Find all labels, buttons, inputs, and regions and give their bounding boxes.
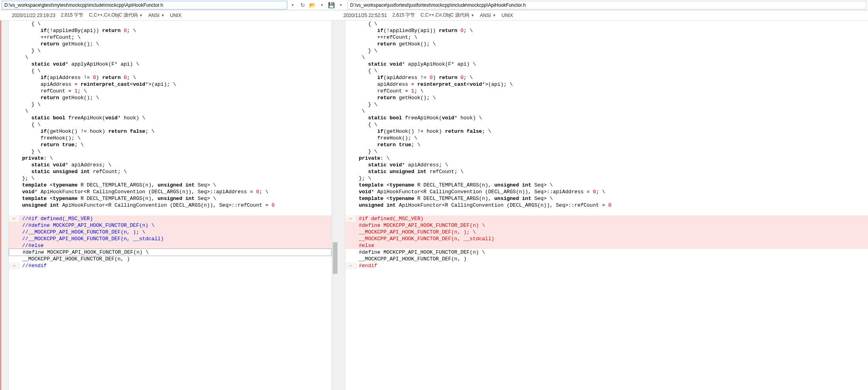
code-line[interactable]: ⇨#if defined(_MSC_VER) [345,215,868,222]
code-line[interactable]: } \ [9,148,332,155]
code-line[interactable]: if(getHook() != hook) return false; \ [345,128,868,135]
encoding-dropdown-right[interactable]: ANSI▼ [480,13,496,18]
code-line[interactable]: ⇨#endif [345,262,868,269]
code-line[interactable]: static unsigned int refCount; \ [9,168,332,175]
line-content: apiAddress = reinterpret_cast<void*>(api… [20,81,332,88]
code-line[interactable]: }; \ [9,175,332,182]
refresh-icon[interactable]: ↻ [299,2,306,9]
code-line[interactable]: return getHook(); \ [9,94,332,101]
code-line[interactable]: __MOCKCPP_API_HOOK_FUNCTOR_DEF(n, ) [9,256,332,262]
code-line[interactable]: static void* apiAddress; \ [9,162,332,168]
code-line[interactable]: apiAddress = reinterpret_cast<void*>(api… [345,81,868,88]
code-line[interactable]: } \ [9,101,332,108]
code-line[interactable]: if(apiAddress != 0) return 0; \ [345,74,868,81]
chevron-down-icon[interactable]: ▾ [337,3,344,7]
code-line[interactable]: template <typename R DECL_TEMPLATE_ARGS(… [9,182,332,188]
code-line[interactable]: unsigned int ApiHookFunctor<R CallingCon… [9,202,332,209]
line-content: //__MOCKCPP_API_HOOK_FUNCTOR_DEF(n, ); \ [20,229,332,236]
code-line[interactable]: //__MOCKCPP_API_HOOK_FUNCTOR_DEF(n, __st… [9,236,332,242]
encoding-dropdown-left[interactable]: ANSI▼ [148,13,165,18]
code-line[interactable]: __MOCKCPP_API_HOOK_FUNCTOR_DEF(n, ); \ [345,229,868,236]
right-path-input[interactable] [347,1,866,9]
chevron-down-icon[interactable]: ▾ [289,3,296,7]
code-line[interactable]: { \ [345,21,868,27]
code-line[interactable]: }; \ [345,175,868,182]
folder-open-icon[interactable]: 📂 [309,2,316,9]
code-line[interactable]: if(apiAddress != 0) return 0; \ [9,74,332,81]
left-path-input[interactable] [2,1,287,9]
code-line[interactable]: //#else [9,242,332,249]
line-content: private: \ [356,155,868,162]
code-line[interactable]: if(!appliedBy(api)) return 0; \ [345,27,868,34]
code-line[interactable]: { \ [9,68,332,74]
save-icon[interactable]: 💾 [328,2,335,9]
lineending-dropdown-right[interactable]: UNIX [502,13,513,18]
code-line[interactable]: ++refCount; \ [345,34,868,41]
code-line[interactable]: return getHook(); \ [345,94,868,101]
line-content: template <typename R DECL_TEMPLATE_ARGS(… [20,182,332,188]
code-line[interactable]: #define MOCKCPP_API_HOOK_FUNCTOR_DEF(n) … [9,249,332,256]
vertical-scrollbar[interactable] [332,21,338,390]
lineending-dropdown-left[interactable]: UNIX [170,13,182,18]
line-content: //#endif [20,262,332,269]
code-line[interactable]: private: \ [345,155,868,162]
code-line[interactable]: #define MOCKCPP_API_HOOK_FUNCTOR_DEF(n) … [345,249,868,256]
code-line[interactable]: static void* apiAddress; \ [345,162,868,168]
code-line[interactable]: \ [345,108,868,115]
code-line[interactable]: refCount = 1; \ [345,88,868,94]
filetype-dropdown-left[interactable]: C,C++,C#,ObjC 源代码▼ [89,12,142,19]
code-line[interactable]: #define MOCKCPP_API_HOOK_FUNCTOR_DEF(n) … [345,222,868,229]
code-line[interactable]: static void* applyApiHook(F* api) \ [345,61,868,68]
line-content: } \ [356,101,868,108]
code-line[interactable]: void* ApiHookFunctor<R CallingConvention… [345,188,868,195]
code-line[interactable]: return true; \ [345,141,868,148]
chevron-down-icon[interactable]: ▾ [318,3,325,7]
code-line[interactable]: if(getHook() != hook) return false; \ [9,128,332,135]
code-line[interactable]: #else [345,242,868,249]
scrollbar-thumb[interactable] [333,242,337,274]
code-line[interactable]: { \ [345,68,868,74]
code-line[interactable]: return getHook(); \ [9,41,332,47]
code-line[interactable]: } \ [345,148,868,155]
code-line[interactable]: ⇨//#if defined(_MSC_VER) [9,215,332,222]
code-line[interactable]: __MOCKCPP_API_HOOK_FUNCTOR_DEF(n, __stdc… [345,236,868,242]
code-line[interactable]: template <typename R DECL_TEMPLATE_ARGS(… [345,195,868,202]
code-line[interactable]: freeHook(); \ [9,135,332,141]
code-line[interactable]: refCount = 1; \ [9,88,332,94]
code-line[interactable]: if(!appliedBy(api)) return 0; \ [9,27,332,34]
code-line[interactable]: { \ [9,21,332,27]
code-line[interactable]: \ [9,54,332,61]
code-line[interactable]: return true; \ [9,141,332,148]
code-line[interactable]: } \ [345,101,868,108]
code-line[interactable]: template <typename R DECL_TEMPLATE_ARGS(… [9,195,332,202]
line-content: unsigned int ApiHookFunctor<R CallingCon… [356,202,868,209]
code-line[interactable]: static bool freeApiHook(void* hook) \ [9,115,332,121]
right-code-pane: { \ if(!appliedBy(api)) return 0; \ ++re… [345,21,868,390]
code-line[interactable]: return getHook(); \ [345,41,868,47]
code-line[interactable]: ++refCount; \ [9,34,332,41]
code-line[interactable]: template <typename R DECL_TEMPLATE_ARGS(… [345,182,868,188]
line-content: }; \ [20,175,332,182]
code-line[interactable]: static void* applyApiHook(F* api) \ [9,61,332,68]
filetype-dropdown-right[interactable]: C,C++,C#,ObjC 源代码▼ [420,12,474,19]
diff-marker-icon: ⇨ [13,215,16,222]
code-line[interactable]: unsigned int ApiHookFunctor<R CallingCon… [345,202,868,209]
code-line[interactable]: //#define MOCKCPP_API_HOOK_FUNCTOR_DEF(n… [9,222,332,229]
code-line[interactable]: apiAddress = reinterpret_cast<void*>(api… [9,81,332,88]
code-line[interactable]: //__MOCKCPP_API_HOOK_FUNCTOR_DEF(n, ); \ [9,229,332,236]
code-line[interactable]: { \ [345,121,868,128]
code-line[interactable]: freeHook(); \ [345,135,868,141]
code-line[interactable]: { \ [9,121,332,128]
line-content: static void* apiAddress; \ [20,162,332,168]
code-line[interactable]: __MOCKCPP_API_HOOK_FUNCTOR_DEF(n, ) [345,256,868,262]
line-content: return getHook(); \ [20,41,332,47]
code-line[interactable]: } \ [9,47,332,54]
code-line[interactable]: ⇨//#endif [9,262,332,269]
code-line[interactable]: void* ApiHookFunctor<R CallingConvention… [9,188,332,195]
code-line[interactable]: static unsigned int refCount; \ [345,168,868,175]
code-line[interactable]: } \ [345,47,868,54]
code-line[interactable]: static bool freeApiHook(void* hook) \ [345,115,868,121]
code-line[interactable]: \ [345,54,868,61]
code-line[interactable]: \ [9,108,332,115]
code-line[interactable]: private: \ [9,155,332,162]
